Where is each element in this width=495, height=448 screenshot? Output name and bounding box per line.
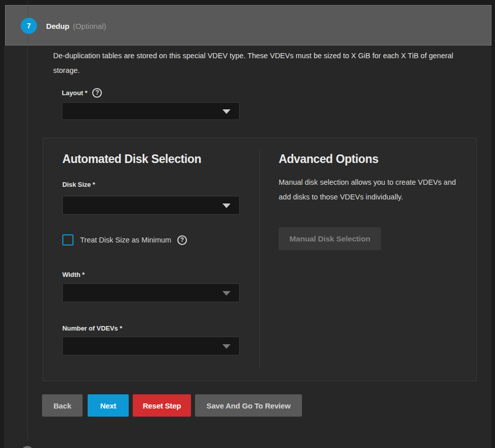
step-description: De-duplication tables are stored on this… [53,49,459,78]
layout-select[interactable] [62,102,240,120]
manual-disk-selection-button[interactable]: Manual Disk Selection [279,227,381,250]
advanced-options-title: Advanced Options [279,152,378,166]
treat-disk-size-minimum-checkbox[interactable] [62,234,73,246]
column-divider [259,150,260,369]
automated-disk-selection-title: Automated Disk Selection [62,152,201,166]
width-field-label: Width * [62,271,85,278]
dedup-wizard-step-page: De-duplication tables are stored on this… [0,0,495,448]
step-title: Dedup [46,22,69,30]
layout-help-icon[interactable]: ? [92,88,102,98]
dropdown-caret-icon [222,344,231,349]
number-of-vdevs-field-label: Number of VDEVs * [62,324,122,332]
step-content-card: De-duplication tables are stored on this… [4,46,491,448]
save-and-go-to-review-button[interactable]: Save And Go To Review [195,394,302,417]
disk-size-field-label: Disk Size * [62,181,95,188]
advanced-options-description: Manual disk selection allows you to crea… [279,175,460,205]
next-step-circle-peek [21,446,33,448]
treat-disk-size-minimum-help-icon[interactable]: ? [177,235,187,245]
step-optional-label: (Optional) [73,22,106,30]
disk-selection-panel: Automated Disk Selection Disk Size * Tre… [43,138,477,381]
treat-disk-size-minimum-label: Treat Disk Size as Minimum [80,236,171,244]
width-label-text: Width * [62,271,85,278]
step-title-row: Dedup (Optional) [46,6,106,46]
layout-field-label: Layout * ? [62,88,102,98]
treat-disk-size-minimum-row: Treat Disk Size as Minimum ? [62,234,187,246]
dropdown-caret-icon [222,291,231,296]
dropdown-caret-icon [222,109,231,114]
next-button[interactable]: Next [88,394,129,417]
number-of-vdevs-label-text: Number of VDEVs * [62,324,122,332]
stepper-connector-line [27,0,28,439]
dropdown-caret-icon [222,203,231,208]
step-number-badge: 7 [21,18,37,34]
back-button[interactable]: Back [42,394,83,417]
number-of-vdevs-select[interactable] [62,337,240,355]
layout-label-text: Layout * [62,89,87,97]
width-select[interactable] [62,283,240,302]
step-header[interactable]: 7 Dedup (Optional) [5,5,491,46]
disk-size-select[interactable] [62,196,240,215]
reset-step-button[interactable]: Reset Step [133,394,191,417]
disk-size-label-text: Disk Size * [62,181,95,188]
